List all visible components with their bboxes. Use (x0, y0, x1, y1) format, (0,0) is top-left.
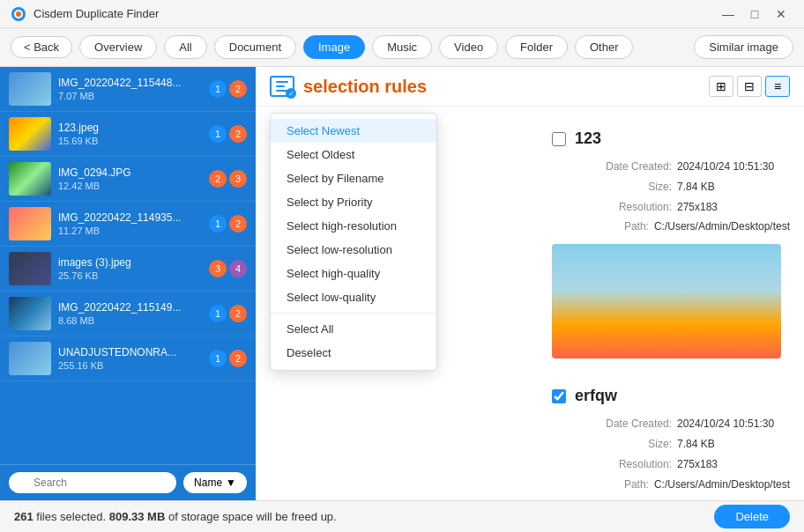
dropdown-item-select-oldest[interactable]: Select Oldest (271, 143, 436, 166)
list-item[interactable]: UNADJUSTEDNONRA... 255.16 KB 1 2 (0, 336, 256, 381)
badge-1: 1 (209, 80, 227, 98)
badge-1: 1 (209, 125, 227, 143)
badge-1: 1 (209, 215, 227, 233)
tab-video[interactable]: Video (439, 35, 498, 59)
tab-overview[interactable]: Overview (79, 35, 157, 59)
list-item[interactable]: IMG_0294.JPG 12.42 MB 2 3 (0, 157, 256, 202)
dropdown-item-select-by-priority[interactable]: Select by Priority (271, 190, 436, 214)
list-view-button[interactable]: ≡ (765, 76, 790, 97)
tab-folder[interactable]: Folder (505, 35, 568, 59)
status-text: 261 files selected. 809.33 MB of storage… (14, 510, 337, 523)
tab-other[interactable]: Other (575, 35, 634, 59)
file-size: 25.76 KB (58, 270, 202, 281)
size-value-erfqw: 7.84 KB (677, 434, 715, 454)
search-input[interactable] (9, 472, 176, 493)
dropdown-item-select-high-quality[interactable]: Select high-quality (271, 262, 436, 285)
minimize-button[interactable]: — (716, 4, 741, 25)
badge-2: 2 (209, 170, 227, 188)
delete-button[interactable]: Delete (714, 505, 790, 528)
file-name: images (3).jpeg (58, 256, 202, 269)
file-info: images (3).jpeg 25.76 KB (58, 256, 202, 281)
list-item[interactable]: IMG_20220422_115448... 7.07 MB 1 2 (0, 67, 256, 112)
sidebar-bottom: 🔍 Name ▼ (0, 464, 256, 500)
tab-image[interactable]: Image (303, 35, 365, 59)
dropdown-item-select-all[interactable]: Select All (271, 317, 436, 341)
file-info: IMG_20220422_115149... 8.68 MB (58, 301, 202, 326)
dropdown-item-select-low-resolution[interactable]: Select low-resolution (271, 238, 436, 262)
path-value: C:/Users/Admin/Desktop/test (654, 217, 790, 237)
file-meta-123: Date Created: 2024/10/24 10:51:30 Size: … (575, 157, 790, 237)
sort-button[interactable]: Name ▼ (183, 472, 247, 493)
file-group-header-erfqw: erfqw (552, 387, 790, 405)
dropdown-item-select-by-filename[interactable]: Select by Filename (271, 166, 436, 190)
window-controls: — □ ✕ (716, 4, 793, 25)
file-info: 123.jpeg 15.69 KB (58, 122, 202, 146)
tab-document[interactable]: Document (214, 35, 296, 59)
list-item[interactable]: IMG_20220422_115149... 8.68 MB 1 2 (0, 292, 256, 336)
badge-3: 3 (229, 170, 247, 188)
file-badges: 1 2 (209, 125, 247, 143)
meta-row-path: Path: C:/Users/Admin/Desktop/test (575, 217, 790, 237)
date-label: Date Created: (575, 157, 672, 177)
status-bar: 261 files selected. 809.33 MB of storage… (0, 500, 804, 532)
storage-freed: 809.33 MB (109, 510, 166, 523)
title-bar: Cisdem Duplicate Finder — □ ✕ (0, 0, 804, 28)
sort-label: Name (194, 477, 222, 489)
badge-1: 1 (209, 350, 227, 367)
size-label-erfqw: Size: (575, 434, 672, 454)
meta-row-size-erfqw: Size: 7.84 KB (575, 434, 790, 454)
file-badges: 3 4 (209, 260, 247, 277)
file-name: IMG_20220422_114935... (58, 211, 202, 224)
files-selected-label: files selected. (36, 510, 108, 523)
maximize-button[interactable]: □ (742, 4, 767, 25)
dropdown-item-deselect[interactable]: Deselect (271, 341, 436, 365)
date-value-erfqw: 2024/10/24 10:51:30 (677, 414, 774, 434)
title-bar-left: Cisdem Duplicate Finder (11, 6, 159, 22)
resolution-value-erfqw: 275x183 (677, 454, 718, 475)
app-icon (11, 6, 26, 22)
sort-chevron-icon: ▼ (226, 477, 236, 489)
resolution-label-erfqw: Resolution: (575, 454, 672, 475)
file-checkbox-erfqw[interactable] (552, 389, 566, 403)
resolution-label: Resolution: (575, 197, 672, 218)
file-info: UNADJUSTEDNONRA... 255.16 KB (58, 346, 202, 371)
dropdown-item-select-high-resolution[interactable]: Select high-resolution (271, 214, 436, 238)
file-thumbnail (9, 162, 51, 196)
file-badges: 1 2 (209, 305, 247, 322)
tab-all[interactable]: All (164, 35, 206, 59)
dropdown-item-select-newest[interactable]: Select Newest (271, 119, 436, 143)
svg-point-2 (16, 11, 21, 17)
close-button[interactable]: ✕ (769, 4, 793, 25)
selection-rules-icon[interactable]: ✓ (270, 76, 294, 97)
size-value: 7.84 KB (677, 177, 715, 197)
selection-rules-dropdown: Select Newest Select Oldest Select by Fi… (270, 113, 437, 371)
back-button[interactable]: < Back (11, 36, 72, 58)
path-value-erfqw: C:/Users/Admin/Desktop/test (654, 475, 790, 495)
grid-view-button[interactable]: ⊞ (709, 76, 733, 97)
file-meta-erfqw: Date Created: 2024/10/24 10:51:30 Size: … (575, 414, 790, 494)
file-checkbox-123[interactable] (552, 132, 566, 146)
similar-image-button[interactable]: Similar image (694, 35, 793, 59)
file-badges: 2 3 (209, 170, 247, 188)
list-item[interactable]: 123.jpeg 15.69 KB 1 2 (0, 112, 256, 157)
resolution-value: 275x183 (677, 197, 718, 218)
dropdown-item-select-low-quality[interactable]: Select low-quality (271, 285, 436, 309)
app-title: Cisdem Duplicate Finder (34, 7, 159, 20)
content-area: ✓ selection rules ⊞ ⊟ ≡ Select Newest Se… (256, 67, 804, 500)
list-item[interactable]: IMG_20220422_114935... 11.27 MB 1 2 (0, 202, 256, 247)
preview-container-123 (552, 244, 804, 358)
file-size: 255.16 KB (58, 360, 202, 371)
content-header: ✓ selection rules ⊞ ⊟ ≡ (256, 67, 804, 107)
file-list: IMG_20220422_115448... 7.07 MB 1 2 123.j… (0, 67, 256, 464)
tab-music[interactable]: Music (372, 35, 432, 59)
file-name: IMG_0294.JPG (58, 166, 202, 179)
list-item[interactable]: images (3).jpeg 25.76 KB 3 4 (0, 247, 256, 292)
columns-view-button[interactable]: ⊟ (737, 76, 762, 97)
dropdown-divider (271, 313, 436, 314)
file-name: IMG_20220422_115149... (58, 301, 202, 314)
meta-row-size: Size: 7.84 KB (575, 177, 790, 197)
page-title: selection rules (303, 77, 427, 97)
badge-2: 2 (229, 215, 247, 233)
file-badges: 1 2 (209, 215, 247, 233)
file-info: IMG_0294.JPG 12.42 MB (58, 166, 202, 191)
